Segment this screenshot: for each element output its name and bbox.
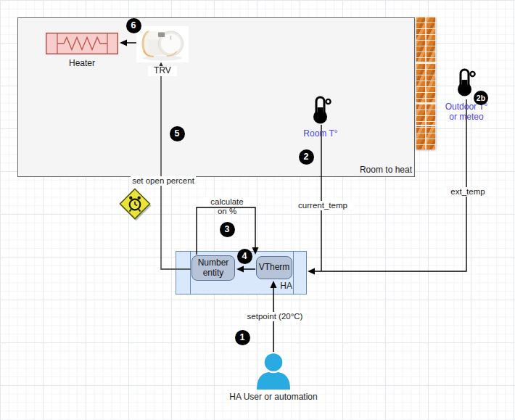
ha-box-label: HA: [269, 281, 292, 292]
wall-gap: [415, 125, 437, 126]
wall-gap: [415, 102, 437, 104]
step-badge-3: 3: [220, 222, 235, 237]
ha-divider: [293, 252, 294, 294]
room-to-heat-label: Room to heat: [335, 165, 412, 176]
edge-label-ext-temp: ext_temp: [443, 187, 493, 197]
edge-label-calculate-line2: on %: [204, 207, 250, 216]
trv-label: TRV: [148, 66, 177, 76]
brick-wall-icon: [416, 17, 436, 149]
ha-user-icon: [256, 352, 291, 390]
room-thermometer-icon: [310, 96, 331, 125]
alarm-clock-diamond-icon: [118, 186, 152, 221]
diagram-canvas: Number entity VTherm: [0, 0, 515, 420]
edge-label-calculate-line1: calculate: [204, 197, 250, 207]
heater-label: Heater: [60, 59, 104, 69]
step-badge-2b: 2b: [474, 91, 488, 105]
edge-label-current-temp: current_temp: [292, 201, 353, 210]
edge-label-calculate: calculate on %: [204, 197, 250, 216]
edge-label-set-open-percent: set open percent: [131, 176, 196, 186]
step-badge-4: 4: [237, 249, 252, 264]
number-entity-label: Number entity: [192, 258, 234, 279]
step-badge-1: 1: [235, 330, 250, 345]
step-badge-5: 5: [170, 126, 185, 141]
outdoor-sensor-label: Outdoor T° or meteo: [438, 102, 495, 123]
wall-gap: [415, 62, 437, 63]
outdoor-sensor-label-line1: Outdoor T°: [438, 102, 495, 112]
heater-resistor-icon: [46, 33, 118, 54]
edge-label-setpoint: setpoint (20°C): [243, 312, 307, 321]
outdoor-sensor-label-line2: or meteo: [438, 112, 495, 123]
step-badge-6: 6: [126, 18, 141, 33]
vtherm-label: VTherm: [259, 263, 290, 273]
step-badge-2: 2: [299, 149, 314, 165]
outdoor-thermometer-icon: [454, 68, 476, 97]
room-temp-sensor-label: Room T°: [294, 129, 347, 139]
trv-device-image: [136, 26, 189, 62]
number-entity-node: Number entity: [191, 255, 235, 281]
vtherm-node: VTherm: [256, 256, 292, 279]
ha-divider: [190, 252, 191, 294]
ha-user-label: HA User or automation: [213, 392, 334, 403]
